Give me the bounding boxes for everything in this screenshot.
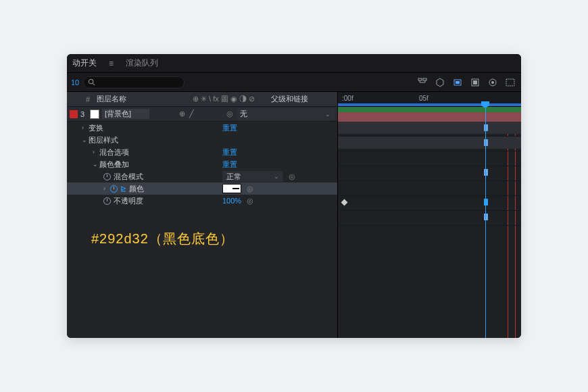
prop-track [338, 196, 521, 211]
chevron-down-icon: ⌄ [325, 111, 330, 118]
svg-point-9 [491, 81, 494, 84]
in-out-bar[interactable] [338, 107, 521, 112]
prop-track [338, 166, 521, 181]
expand-caret-icon[interactable]: ⌄ [82, 137, 89, 143]
layer-tree: # 图层名称 ⊕ ✳ \ fx 圖 ◉ ◑ ⊘ 父级和链接 3 [背景色] ⊕ … [67, 92, 337, 338]
prop-opacity[interactable]: 不透明度 100% ◎ [67, 195, 337, 207]
ae-timeline-panel: 动开关 ≡ 渲染队列 10 # 图层名称 ⊕ ✳ [67, 54, 521, 338]
prop-color-overlay[interactable]: ⌄ 颜色叠加 重置 [67, 158, 337, 170]
prop-label: 混合模式 [114, 172, 143, 182]
prop-label: 颜色叠加 [99, 160, 129, 170]
layer-name-column-header[interactable]: 图层名称 [93, 94, 193, 104]
svg-point-0 [89, 79, 93, 83]
draft-3d-icon[interactable] [435, 77, 445, 88]
ruler-tick: :00f [342, 95, 353, 102]
switches-column-header: ⊕ ✳ \ fx 圖 ◉ ◑ ⊘ [193, 94, 267, 104]
toolbar-icon-group [417, 77, 521, 88]
prop-label: 图层样式 [89, 135, 118, 145]
svg-rect-10 [506, 79, 514, 86]
switch-divider-icon: ╱ [189, 109, 194, 118]
opacity-value[interactable]: 100% [222, 197, 241, 205]
keyframe-diamond-icon[interactable] [341, 199, 348, 206]
blend-mode-dropdown[interactable]: 正常 ⌄ [222, 171, 283, 182]
search-field[interactable] [95, 78, 180, 87]
layer-bar-track[interactable] [338, 107, 521, 122]
comp-flowchart-icon[interactable] [417, 77, 428, 88]
keyframe-nav-icon[interactable]: › [103, 185, 110, 192]
color-swatch[interactable] [222, 184, 241, 193]
parent-column-header[interactable]: 父级和链接 [267, 94, 337, 104]
prop-layer-styles[interactable]: ⌄ 图层样式 [67, 134, 337, 146]
time-ruler[interactable]: :00f 05f [338, 92, 521, 107]
tab-render-queue[interactable]: 渲染队列 [126, 57, 158, 69]
timeline-toolbar: 10 [67, 73, 521, 92]
layer-color-swatch[interactable] [70, 110, 78, 118]
prop-track [338, 181, 521, 196]
switch-normal-icon[interactable]: ⊕ [179, 109, 185, 118]
playhead[interactable] [485, 107, 486, 338]
expand-caret-icon[interactable]: › [82, 124, 89, 131]
svg-rect-7 [473, 80, 477, 84]
track-strip [338, 122, 521, 134]
track-area [338, 107, 521, 338]
layer-duration-bar[interactable] [338, 112, 521, 122]
current-frame-readout[interactable]: 10 [67, 78, 83, 87]
keyframe-tick-icon[interactable] [484, 199, 488, 205]
svg-line-1 [93, 83, 95, 85]
panel-menu-icon[interactable]: ≡ [107, 59, 115, 68]
motion-blur-icon[interactable] [487, 77, 498, 88]
tab-comp-truncated[interactable]: 动开关 [72, 57, 97, 69]
prop-label: 变换 [89, 123, 103, 133]
layer-row[interactable]: 3 [背景色] ⊕ ╱ ◎ 无 ⌄ [67, 107, 337, 122]
keyframe-indicator-icon[interactable]: ⊵ [120, 185, 126, 193]
expression-pickwhip-icon[interactable]: ◎ [247, 185, 253, 193]
prop-label: 混合选项 [99, 147, 129, 157]
stopwatch-icon[interactable] [103, 197, 111, 205]
frame-blend-icon[interactable] [470, 77, 481, 88]
prop-track [338, 211, 521, 226]
expression-pickwhip-icon[interactable]: ◎ [247, 197, 253, 205]
keyframe-tick-icon[interactable] [484, 124, 488, 131]
reset-link[interactable]: 重置 [222, 147, 237, 157]
timeline-area[interactable]: :00f 05f [337, 92, 521, 338]
stopwatch-icon[interactable] [103, 173, 111, 180]
keyframe-tick-icon[interactable] [484, 139, 488, 146]
prop-transform[interactable]: › 变换 重置 [67, 122, 337, 134]
parent-dropdown[interactable]: 无 ⌄ [236, 108, 335, 120]
expand-caret-icon[interactable]: › [93, 149, 99, 155]
ruler-tick: 05f [419, 95, 428, 102]
shy-layers-icon[interactable] [452, 77, 463, 88]
annotation-overlay: #292d32（黑色底色） [91, 230, 234, 248]
stopwatch-icon[interactable] [110, 185, 118, 193]
layer-search-input[interactable] [83, 76, 185, 89]
layer-index: 3 [78, 110, 87, 118]
layer-type-swatch [90, 109, 99, 119]
svg-rect-3 [423, 78, 426, 80]
parent-value: 无 [240, 109, 247, 119]
index-column-header: # [83, 95, 93, 103]
column-headers: # 图层名称 ⊕ ✳ \ fx 圖 ◉ ◑ ⊘ 父级和链接 [67, 92, 337, 107]
reset-link[interactable]: 重置 [222, 123, 237, 133]
expression-pickwhip-icon[interactable]: ◎ [289, 172, 295, 181]
work-area-bar[interactable] [338, 103, 521, 106]
reset-link[interactable]: 重置 [222, 160, 237, 170]
prop-track [338, 137, 521, 151]
prop-track [338, 151, 521, 166]
prop-label: 颜色 [129, 184, 144, 194]
tab-bar: 动开关 ≡ 渲染队列 [67, 54, 521, 73]
layer-name[interactable]: [背景色] [102, 109, 149, 119]
graph-editor-icon[interactable] [505, 77, 516, 88]
pickwhip-icon[interactable]: ◎ [226, 109, 233, 118]
expand-caret-icon[interactable]: ⌄ [93, 161, 99, 168]
prop-blend-mode[interactable]: 混合模式 正常 ⌄ ◎ [67, 170, 337, 182]
keyframe-tick-icon[interactable] [484, 214, 488, 220]
prop-blending-options[interactable]: › 混合选项 重置 [67, 146, 337, 158]
keyframe-tick-icon[interactable] [484, 169, 488, 176]
prop-color[interactable]: › ⊵ 颜色 ◎ [67, 182, 337, 195]
search-icon [88, 78, 95, 86]
chevron-down-icon: ⌄ [274, 173, 279, 180]
svg-rect-2 [418, 78, 422, 80]
track-strip [338, 137, 521, 149]
prop-label: 不透明度 [114, 196, 143, 206]
svg-rect-5 [456, 81, 460, 84]
